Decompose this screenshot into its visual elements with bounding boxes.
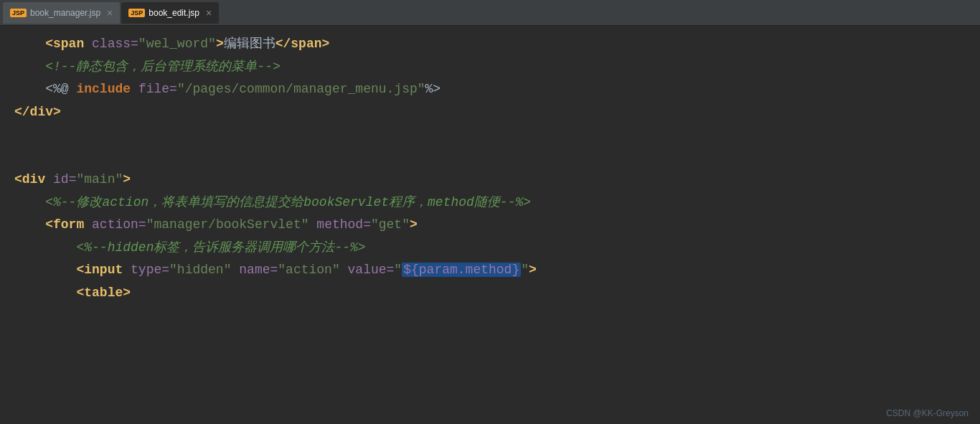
editor-area: <span class="wel_word">编辑图书</span> <!--静…: [0, 26, 980, 424]
tab-bar: JSP book_manager.jsp × JSP book_edit.jsp…: [0, 0, 980, 26]
tab-book-manager[interactable]: JSP book_manager.jsp ×: [3, 2, 120, 24]
tab-book-edit[interactable]: JSP book_edit.jsp ×: [121, 2, 219, 24]
watermark: CSDN @KK-Greyson: [886, 408, 969, 418]
tab-close-2[interactable]: ×: [206, 7, 212, 19]
tab-icon-1: JSP: [10, 9, 27, 17]
tab-close-1[interactable]: ×: [107, 7, 113, 19]
tab-icon-2: JSP: [128, 9, 145, 17]
tab-label-2: book_edit.jsp: [149, 8, 199, 18]
code-content: <span class="wel_word">编辑图书</span> <!--静…: [0, 33, 980, 304]
tab-label-1: book_manager.jsp: [30, 8, 100, 18]
